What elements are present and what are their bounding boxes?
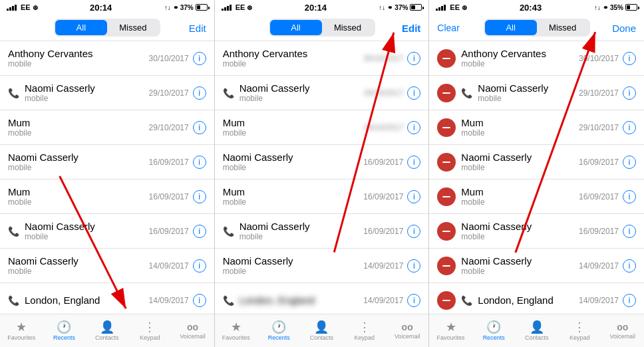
all-tab-1[interactable]: All (55, 20, 107, 35)
info-button[interactable]: i (193, 259, 206, 273)
call-item: Mum mobile 29/10/2017 i (429, 110, 644, 145)
info-button[interactable]: i (407, 190, 420, 203)
call-date: 16/09/2017 (363, 158, 403, 167)
info-button[interactable]: i (193, 121, 206, 134)
tab-recents-1[interactable]: 🕐 Recents (43, 314, 85, 347)
tab-keypad-3[interactable]: ⋮ Keypad (558, 314, 601, 347)
edit-button-1[interactable]: Edit (189, 22, 206, 33)
call-type: mobile (25, 94, 149, 103)
info-button[interactable]: i (407, 259, 420, 273)
info-button[interactable]: i (407, 86, 420, 100)
call-date: 30/10/2017 (363, 54, 403, 63)
bluetooth-icon-1: ⚭ (173, 4, 178, 11)
info-button[interactable]: i (407, 225, 420, 238)
tab-label: Favourites (437, 334, 465, 341)
call-date: 16/09/2017 (149, 227, 189, 236)
info-button[interactable]: i (623, 259, 636, 273)
tab-keypad-1[interactable]: ⋮ Keypad (128, 314, 171, 347)
info-button[interactable]: i (407, 52, 420, 65)
carrier-3: EE (450, 3, 460, 11)
tab-label: Voicemail (609, 333, 635, 340)
call-item: Anthony Cervantes mobile 30/10/2017 i (215, 41, 429, 76)
keypad-icon: ⋮ (359, 321, 371, 333)
delete-button[interactable] (437, 153, 456, 172)
info-button[interactable]: i (193, 156, 206, 169)
info-button[interactable]: i (193, 52, 206, 65)
call-name: Mum (8, 117, 149, 128)
call-item: 📞 Naomi Casserly mobile 16/09/2017 i (215, 214, 429, 249)
info-button[interactable]: i (407, 121, 420, 134)
tab-label: Recents (268, 334, 290, 341)
call-item: Mum mobile 16/09/2017 i (429, 179, 644, 214)
delete-button[interactable] (437, 291, 456, 310)
tab-favourites-1[interactable]: ★ Favourites (0, 314, 43, 347)
edit-button-2[interactable]: Edit (402, 22, 420, 33)
call-type: mobile (240, 94, 364, 103)
missed-tab-3[interactable]: Missed (537, 20, 589, 35)
carrier-1: EE (21, 3, 31, 11)
done-button-3[interactable]: Done (612, 22, 636, 33)
tab-label: Keypad (140, 334, 160, 341)
signal-icon-1: ↑↓ (164, 4, 171, 11)
info-button[interactable]: i (407, 156, 420, 169)
info-button[interactable]: i (623, 121, 636, 134)
all-tab-3[interactable]: All (485, 20, 537, 35)
person-icon: 👤 (314, 321, 329, 333)
call-name: London, England (240, 294, 364, 306)
tab-label: Voicemail (180, 333, 206, 340)
missed-tab-2[interactable]: Missed (322, 20, 374, 35)
info-button[interactable]: i (623, 294, 636, 307)
tab-contacts-1[interactable]: 👤 Contacts (86, 314, 128, 347)
call-type: mobile (461, 267, 579, 276)
call-date: 30/10/2017 (579, 54, 619, 63)
tab-label: Contacts (95, 334, 119, 341)
tab-voicemail-3[interactable]: oo Voicemail (601, 314, 644, 347)
bluetooth-icon-3: ⚭ (603, 4, 608, 11)
tab-recents-3[interactable]: 🕐 Recents (472, 314, 516, 347)
info-button[interactable]: i (623, 225, 636, 238)
info-button[interactable]: i (193, 294, 206, 307)
missed-tab-1[interactable]: Missed (107, 20, 159, 35)
tab-contacts-2[interactable]: 👤 Contacts (300, 314, 343, 347)
call-list-1: Anthony Cervantes mobile 30/10/2017 i 📞 … (0, 41, 214, 314)
call-name: London, England (478, 294, 579, 306)
delete-button[interactable] (437, 257, 456, 275)
wifi-icon-3: ⊛ (462, 4, 467, 11)
info-button[interactable]: i (623, 156, 636, 169)
tab-favourites-3[interactable]: ★ Favourites (429, 314, 472, 347)
call-date: 14/09/2017 (579, 261, 619, 271)
delete-button[interactable] (437, 84, 456, 102)
call-type: mobile (25, 232, 149, 241)
info-button[interactable]: i (193, 86, 206, 100)
info-button[interactable]: i (623, 86, 636, 100)
delete-button[interactable] (437, 222, 456, 241)
tab-contacts-3[interactable]: 👤 Contacts (515, 314, 558, 347)
call-item: Mum mobile 29/10/2017 i (215, 110, 429, 145)
delete-button[interactable] (437, 187, 456, 206)
tab-voicemail-2[interactable]: oo Voicemail (386, 314, 428, 347)
clear-button-3[interactable]: Clear (437, 23, 459, 33)
screen-3: EE ⊛ 20:43 ↑↓ ⚭ 35% Clear All Missed Don… (429, 0, 644, 347)
delete-button[interactable] (437, 118, 456, 137)
all-tab-2[interactable]: All (270, 20, 322, 35)
info-button[interactable]: i (623, 52, 636, 65)
call-item: Anthony Cervantes mobile 30/10/2017 i (429, 41, 644, 76)
info-button[interactable]: i (193, 225, 206, 238)
tab-keypad-2[interactable]: ⋮ Keypad (343, 314, 386, 347)
tab-recents-2[interactable]: 🕐 Recents (257, 314, 300, 347)
info-button[interactable]: i (193, 190, 206, 203)
info-button[interactable]: i (623, 190, 636, 203)
tab-favourites-2[interactable]: ★ Favourites (215, 314, 257, 347)
tab-voicemail-1[interactable]: oo Voicemail (171, 314, 214, 347)
battery-percent-1: 37% (180, 4, 194, 11)
call-name: Naomi Casserly (25, 221, 149, 232)
delete-button[interactable] (437, 49, 456, 68)
call-date: 16/09/2017 (579, 192, 619, 201)
carrier-2: EE (236, 3, 245, 11)
keypad-icon: ⋮ (144, 321, 156, 333)
call-item: Naomi Casserly mobile 14/09/2017 i (0, 249, 214, 283)
info-button[interactable]: i (407, 294, 420, 307)
call-item: 📞 London, England 14/09/2017 i (215, 283, 429, 314)
call-name: Naomi Casserly (240, 82, 364, 94)
call-date: 29/10/2017 (363, 88, 403, 98)
